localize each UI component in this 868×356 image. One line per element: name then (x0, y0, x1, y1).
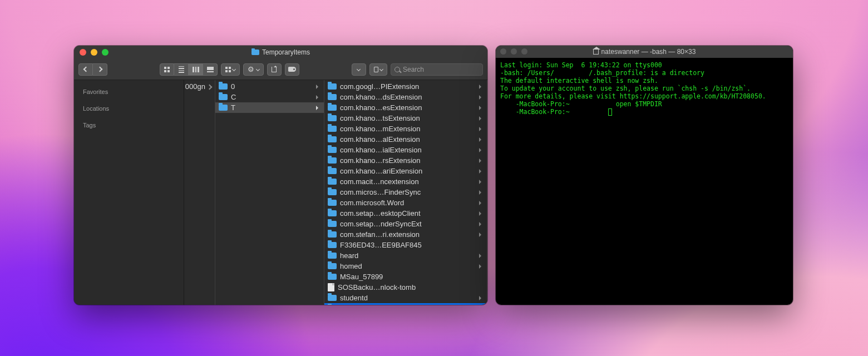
list-item[interactable]: 0 (215, 81, 324, 92)
list-icon (179, 66, 184, 73)
folder-icon (328, 105, 337, 111)
list-item[interactable]: studentd (324, 293, 487, 303)
item-label: studentd (340, 294, 484, 302)
item-label: 0 (231, 82, 320, 91)
list-item[interactable]: com.khano…dsExtension (324, 92, 487, 102)
terminal-window: nateswanner — -bash — 80×33 Last login: … (496, 46, 793, 305)
close-button[interactable] (500, 48, 506, 55)
list-item[interactable]: com.khano…ariExtension (324, 166, 487, 176)
list-item[interactable]: C (215, 92, 324, 102)
finder-window: TemporaryItems ⚙ Search Favorites Loc (74, 46, 487, 305)
view-gallery-button[interactable] (203, 63, 218, 76)
view-icons-button[interactable] (160, 63, 174, 76)
folder-icon (328, 147, 337, 153)
list-item[interactable]: com.macit…ncextension (324, 176, 487, 187)
disclosure-arrow-icon (316, 106, 320, 110)
disclosure-arrow-icon (479, 254, 484, 258)
list-item[interactable]: SOSBacku…nlock-tomb (324, 282, 487, 293)
disclosure-arrow-icon (479, 190, 484, 195)
disclosure-arrow-icon (479, 137, 484, 142)
search-input[interactable]: Search (391, 63, 483, 76)
parent-folder-label: 000gn (185, 82, 205, 91)
list-item[interactable]: com.setap…esktopClient (324, 208, 487, 219)
disclosure-arrow-icon (479, 95, 484, 100)
terminal-cursor (608, 108, 612, 116)
terminal-output[interactable]: Last login: Sun Sep 6 19:43:22 on ttys00… (496, 58, 793, 305)
list-item[interactable]: com.khano…tsExtension (324, 113, 487, 123)
list-item[interactable]: com.khano…rsExtension (324, 155, 487, 166)
minimize-button[interactable] (511, 48, 517, 55)
dropdown-2[interactable] (369, 63, 387, 76)
zoom-button[interactable] (102, 49, 108, 56)
item-label: com.microsoft.Word (340, 199, 484, 207)
column-1: 0CT (215, 80, 324, 305)
folder-icon (328, 200, 337, 206)
minimize-button[interactable] (91, 49, 97, 56)
sidebar-header-favorites[interactable]: Favorites (74, 86, 184, 98)
share-icon (272, 67, 277, 72)
folder-icon (328, 179, 337, 185)
gallery-icon (207, 67, 214, 72)
view-mode-group (160, 63, 218, 76)
action-menu-button[interactable]: ⚙ (243, 63, 263, 76)
finder-titlebar[interactable]: TemporaryItems (74, 46, 487, 59)
chevron-right-icon (207, 85, 213, 90)
list-item[interactable]: com.khano…alExtension (324, 134, 487, 145)
terminal-title: nateswanner — -bash — 80×33 (601, 48, 696, 56)
window-controls (500, 48, 527, 55)
columns-icon (193, 67, 199, 72)
list-item[interactable]: TemporaryItems (324, 303, 487, 305)
sidebar-header-tags[interactable]: Tags (74, 119, 184, 131)
disclosure-arrow-icon (479, 127, 484, 131)
tag-icon (288, 67, 296, 72)
folder-icon (328, 274, 337, 280)
back-button[interactable] (78, 63, 93, 76)
item-label: C (231, 93, 320, 101)
list-item[interactable]: com.khano…ialExtension (324, 145, 487, 155)
item-label: com.khano…esExtension (340, 103, 484, 112)
folder-icon (328, 263, 337, 269)
item-label: heard (340, 251, 484, 260)
view-list-button[interactable] (174, 63, 189, 76)
item-label: T (231, 103, 320, 112)
list-item[interactable]: com.setap…nderSyncExt (324, 219, 487, 229)
list-item[interactable]: homed (324, 261, 487, 271)
view-columns-button[interactable] (189, 63, 203, 76)
zoom-button[interactable] (521, 48, 527, 55)
chevron-down-icon (379, 67, 383, 71)
list-item[interactable]: heard (324, 250, 487, 261)
close-button[interactable] (80, 49, 86, 56)
list-item[interactable]: com.khano…esExtension (324, 102, 487, 113)
folder-icon (219, 105, 228, 111)
gear-icon: ⚙ (248, 66, 254, 73)
tags-button[interactable] (285, 63, 299, 76)
folder-icon (328, 242, 337, 248)
forward-button[interactable] (93, 63, 107, 76)
list-item[interactable]: com.stefan…ri.extension (324, 229, 487, 240)
list-item[interactable]: T (215, 102, 324, 113)
finder-sidebar: Favorites Locations Tags (74, 80, 184, 305)
folder-icon (328, 115, 337, 121)
disclosure-arrow-icon (479, 85, 484, 89)
item-label: homed (340, 262, 484, 270)
dropdown-1[interactable] (352, 63, 366, 76)
sidebar-header-locations[interactable]: Locations (74, 102, 184, 115)
list-item[interactable]: com.googl…PIExtension (324, 81, 487, 92)
window-controls (80, 49, 108, 56)
share-button[interactable] (267, 63, 282, 76)
list-item[interactable]: com.microsoft.Word (324, 197, 487, 208)
list-item[interactable]: MSau_57899 (324, 271, 487, 282)
disclosure-arrow-icon (316, 85, 320, 89)
search-icon (394, 67, 400, 72)
column-0[interactable]: 000gn (184, 80, 215, 305)
list-item[interactable]: F336ED43…EE9BAF845 (324, 240, 487, 250)
grid-icon (164, 67, 170, 72)
item-label: com.micros…FinderSync (340, 188, 484, 196)
item-label: com.setap…nderSyncExt (340, 220, 484, 228)
disclosure-arrow-icon (479, 222, 484, 226)
disclosure-arrow-icon (479, 159, 484, 163)
arrange-button[interactable] (221, 63, 240, 76)
terminal-titlebar[interactable]: nateswanner — -bash — 80×33 (496, 46, 793, 58)
list-item[interactable]: com.micros…FinderSync (324, 187, 487, 197)
list-item[interactable]: com.khano…mExtension (324, 123, 487, 134)
